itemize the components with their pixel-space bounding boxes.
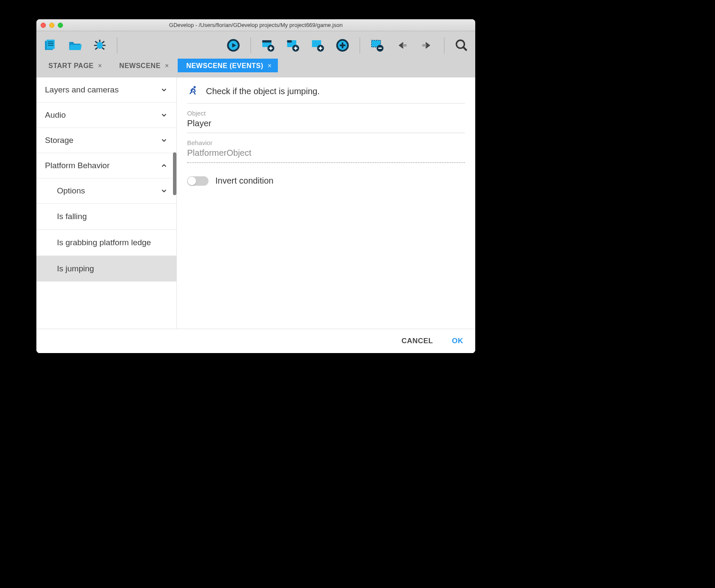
chevron-down-icon: [160, 137, 168, 144]
category-storage[interactable]: Storage: [36, 128, 176, 153]
chevron-up-icon: [160, 162, 168, 169]
category-layers-cameras[interactable]: Layers and cameras: [36, 77, 176, 103]
svg-point-29: [456, 40, 465, 48]
svg-rect-28: [422, 44, 426, 46]
tab-bar: START PAGE × NEWSCENE × NEWSCENE (EVENTS…: [36, 57, 475, 72]
object-field-value[interactable]: Player: [187, 117, 465, 133]
svg-line-11: [95, 48, 97, 49]
search-icon[interactable]: [454, 38, 469, 53]
svg-rect-16: [262, 40, 271, 42]
ok-button[interactable]: OK: [452, 337, 464, 345]
editor-chrome: START PAGE × NEWSCENE × NEWSCENE (EVENTS…: [36, 31, 475, 77]
svg-rect-5: [97, 42, 102, 49]
window-title: GDevelop - /Users/florian/GDevelop proje…: [36, 22, 475, 28]
tab-label: START PAGE: [48, 62, 94, 70]
toolbar-separator: [117, 37, 117, 53]
window-controls: [41, 23, 63, 28]
leaf-label: Is grabbing platform ledge: [57, 238, 151, 247]
invert-condition-row: Invert condition: [187, 176, 465, 186]
svg-point-31: [194, 86, 196, 88]
add-scene-icon[interactable]: [260, 38, 276, 53]
invert-condition-toggle[interactable]: [187, 176, 209, 186]
condition-header: Check if the object is jumping.: [187, 85, 465, 104]
minimize-window-button[interactable]: [49, 23, 54, 28]
running-person-icon: [187, 85, 199, 97]
toolbar-separator: [444, 37, 444, 53]
condition-is-jumping[interactable]: Is jumping: [36, 256, 176, 282]
play-icon[interactable]: [226, 38, 241, 53]
condition-form: Check if the object is jumping. Object P…: [177, 77, 475, 329]
category-label: Platform Behavior: [45, 161, 110, 170]
project-manager-icon[interactable]: [42, 38, 58, 53]
undo-icon[interactable]: [394, 38, 410, 53]
condition-is-falling[interactable]: Is falling: [36, 204, 176, 230]
chevron-down-icon: [160, 187, 168, 195]
condition-is-grabbing-ledge[interactable]: Is grabbing platform ledge: [36, 230, 176, 256]
dialog-body: Layers and cameras Audio Storage Platfor…: [36, 77, 475, 329]
toolbar-separator: [250, 37, 251, 53]
redo-icon[interactable]: [419, 38, 435, 53]
leaf-label: Is falling: [57, 212, 87, 221]
close-tab-icon[interactable]: ×: [165, 62, 169, 70]
svg-rect-19: [287, 40, 292, 42]
chevron-down-icon: [160, 86, 168, 94]
open-project-icon[interactable]: [67, 38, 83, 53]
subcategory-label: Options: [57, 186, 85, 196]
object-field-label: Object: [187, 110, 465, 117]
close-tab-icon[interactable]: ×: [268, 62, 272, 70]
toolbar: [36, 31, 475, 57]
add-external-layout-icon[interactable]: [285, 38, 301, 53]
toolbar-separator: [360, 37, 360, 53]
application-window: GDevelop - /Users/florian/GDevelop proje…: [36, 19, 475, 353]
category-platform-behavior[interactable]: Platform Behavior: [36, 153, 176, 178]
behavior-field-label: Behavior: [187, 139, 465, 146]
delete-event-icon[interactable]: [369, 38, 385, 53]
svg-line-10: [102, 42, 104, 43]
tab-newscene-events[interactable]: NEWSCENE (EVENTS) ×: [178, 59, 278, 72]
tab-label: NEWSCENE: [119, 62, 161, 70]
subcategory-options[interactable]: Options: [36, 178, 176, 204]
category-label: Storage: [45, 136, 74, 145]
toggle-knob: [188, 177, 196, 185]
invert-condition-label: Invert condition: [215, 176, 274, 186]
chevron-down-icon: [160, 111, 168, 119]
tab-start-page[interactable]: START PAGE ×: [40, 59, 108, 72]
svg-rect-27: [402, 44, 406, 46]
svg-rect-1: [47, 40, 55, 49]
add-event-icon[interactable]: [335, 38, 350, 53]
titlebar: GDevelop - /Users/florian/GDevelop proje…: [36, 19, 475, 31]
cancel-button[interactable]: CANCEL: [402, 337, 433, 345]
debug-icon[interactable]: [92, 38, 107, 53]
category-label: Audio: [45, 110, 66, 120]
svg-line-12: [102, 48, 104, 49]
sidebar-scrollbar-thumb[interactable]: [173, 152, 176, 195]
condition-category-list: Layers and cameras Audio Storage Platfor…: [36, 77, 177, 329]
category-audio[interactable]: Audio: [36, 103, 176, 128]
condition-title: Check if the object is jumping.: [206, 86, 320, 96]
close-window-button[interactable]: [41, 23, 46, 28]
tab-newscene[interactable]: NEWSCENE ×: [111, 59, 175, 72]
condition-editor-dialog: Layers and cameras Audio Storage Platfor…: [36, 77, 475, 353]
maximize-window-button[interactable]: [58, 23, 63, 28]
tab-label: NEWSCENE (EVENTS): [186, 62, 263, 70]
behavior-field-value[interactable]: PlatformerObject: [187, 146, 465, 163]
close-tab-icon[interactable]: ×: [98, 62, 102, 70]
add-external-events-icon[interactable]: [310, 38, 325, 53]
dialog-footer: CANCEL OK: [36, 329, 475, 353]
svg-line-30: [463, 47, 467, 50]
leaf-label: Is jumping: [57, 264, 94, 273]
svg-line-9: [95, 42, 97, 43]
category-label: Layers and cameras: [45, 85, 119, 95]
